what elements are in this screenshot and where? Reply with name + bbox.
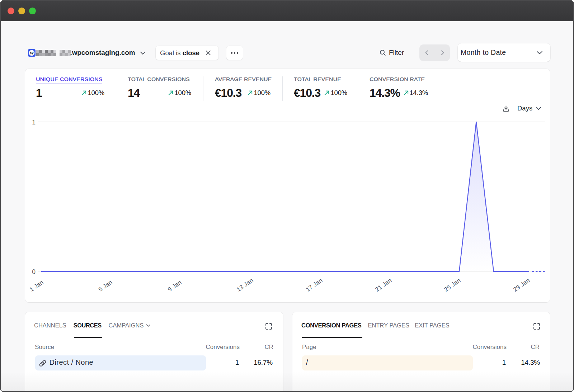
svg-text:W: W (29, 51, 34, 56)
